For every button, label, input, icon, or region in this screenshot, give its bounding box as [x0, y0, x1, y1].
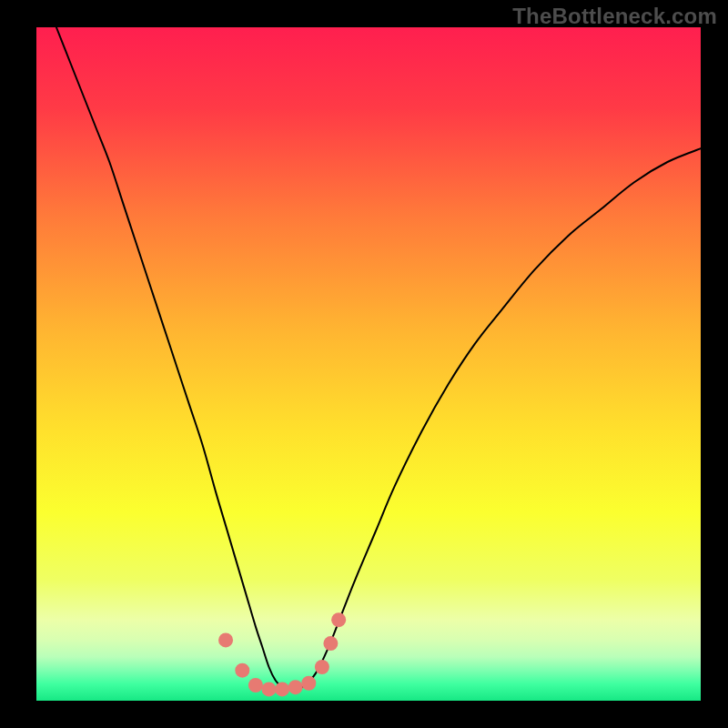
- marker-dot: [323, 636, 338, 651]
- marker-dot: [248, 678, 263, 693]
- plot-area: [36, 27, 701, 701]
- highlight-dots: [218, 612, 346, 696]
- marker-dot: [262, 682, 277, 696]
- marker-dot: [315, 660, 329, 674]
- marker-dot: [275, 682, 289, 696]
- marker-dot: [331, 612, 346, 627]
- marker-dot: [218, 632, 233, 647]
- marker-dot: [301, 676, 316, 691]
- marker-dot: [235, 663, 249, 678]
- chart-frame: TheBottleneck.com: [0, 0, 728, 728]
- watermark-text: TheBottleneck.com: [512, 4, 717, 29]
- markers-layer: [36, 27, 701, 701]
- marker-dot: [288, 680, 303, 694]
